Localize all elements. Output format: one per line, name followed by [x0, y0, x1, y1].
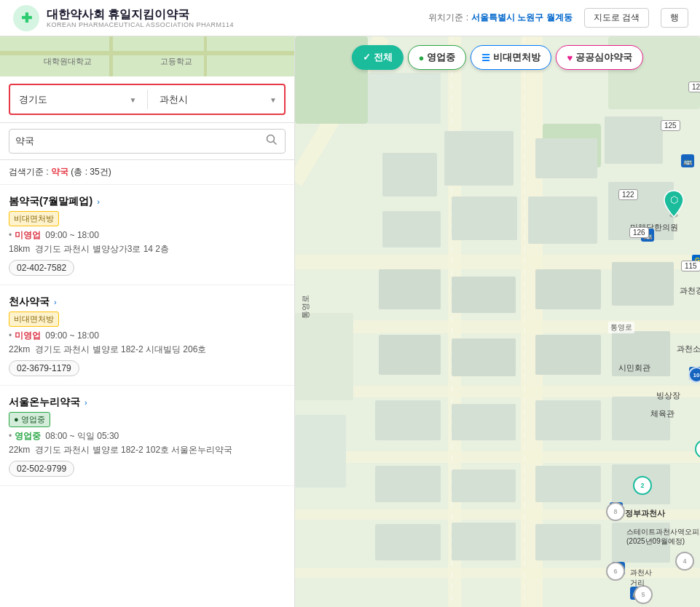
pharmacy-address: 22km 경기도 과천시 별양로 182-2 102호 서울온누리약국: [9, 444, 286, 456]
city-select-wrapper: 과천시 수원시 성남시 ▼: [154, 88, 282, 111]
search-keyword: 약국: [51, 167, 68, 177]
svg-rect-53: [452, 523, 516, 560]
svg-rect-50: [535, 466, 601, 502]
pharmacy-link-icon[interactable]: ›: [84, 398, 87, 407]
svg-rect-47: [612, 397, 670, 440]
search-total: (총 : 35건): [68, 167, 111, 177]
pharmacy-name: 봄약국(7월말폐업): [9, 195, 93, 208]
map-filters: ✓ 전체 ● 영업중 ☰ 비대면처방 ♥ 공공심야약국: [352, 45, 643, 70]
map-circle-8[interactable]: 8: [606, 502, 625, 521]
location-value: 서울특별시 노원구 월계동: [471, 12, 573, 24]
city-select[interactable]: 과천시 수원시 성남시: [154, 88, 282, 111]
svg-rect-40: [379, 335, 441, 375]
status-closed: 미영업: [15, 230, 41, 240]
svg-rect-19: [295, 568, 700, 578]
pharmacy-link-icon[interactable]: ›: [97, 197, 100, 206]
search-input[interactable]: [15, 136, 264, 147]
svg-rect-41: [452, 338, 516, 376]
pharmacy-hours: 미영업 09:00 ~ 18:00: [9, 330, 286, 342]
pharmacy-item: 서울온누리약국 › ● 영업중 영업중 08:00 ~ 익일 05:30 22k…: [0, 386, 294, 486]
location-info: 위치기준 : 서울특별시 노원구 월계동: [428, 12, 572, 24]
svg-text:대학원대학교: 대학원대학교: [44, 57, 92, 66]
search-button[interactable]: [264, 134, 279, 148]
filter-nonface-button[interactable]: ☰ 비대면처방: [471, 45, 551, 70]
svg-rect-4: [109, 36, 113, 76]
non-face-badge: 비대면처방: [9, 312, 59, 327]
left-panel: 대학원대학교 고등학교 경기도 서울특별시 부산광역시 ▼: [0, 36, 295, 607]
select-divider: [147, 90, 148, 109]
header: ✚ 대한약사회 휴일지킴이약국 KOREAN PHARMACEUTICAL AS…: [0, 0, 700, 36]
status-closed: 미영업: [15, 330, 41, 341]
search-criteria-label: 검색기준 :: [9, 167, 51, 177]
search-icon: [266, 134, 278, 146]
logo: ✚ 대한약사회 휴일지킴이약국 KOREAN PHARMACEUTICAL AS…: [12, 4, 234, 33]
svg-rect-38: [535, 269, 601, 309]
pharmacy-address: 22km 경기도 과천시 별양로 182-2 시대빌딩 206호: [9, 344, 286, 356]
svg-rect-30: [535, 138, 597, 178]
svg-text:통영로: 통영로: [301, 295, 310, 319]
svg-rect-39: [612, 262, 674, 306]
map-hint-content: 대학원대학교 고등학교: [0, 36, 294, 76]
gs25-icon: GS25: [692, 255, 700, 265]
filter-all-button[interactable]: ✓ 전체: [352, 45, 404, 70]
map-background: 통영로: [295, 36, 700, 607]
logo-text-sub: KOREAN PHARMACEUTICAL ASSOCIATION PHARM1…: [47, 21, 234, 28]
filter-row: 경기도 서울특별시 부산광역시 ▼ 과천시 수원시 성남시 ▼: [9, 84, 286, 115]
svg-rect-17: [295, 451, 700, 463]
svg-rect-49: [452, 469, 516, 502]
bus-stop-icon: 🚌: [641, 229, 654, 242]
bus-stop-icon: 🚌: [681, 154, 694, 167]
pharmacy-phone[interactable]: 02-502-9799: [9, 461, 74, 477]
svg-rect-18: [295, 509, 700, 520]
province-select[interactable]: 경기도 서울특별시 부산광역시: [13, 88, 141, 111]
svg-rect-23: [368, 73, 441, 124]
pharmacy-name: 서울온누리약국: [9, 396, 80, 409]
pharmacy-item: 천사약국 › 비대면처방 미영업 09:00 ~ 18:00 22km 경기도 …: [0, 285, 294, 386]
svg-rect-42: [535, 335, 601, 375]
filter-public-button[interactable]: ♥ 공공심야약국: [556, 45, 643, 70]
svg-rect-33: [452, 197, 517, 240]
svg-rect-43: [612, 331, 670, 376]
action-button[interactable]: 행: [661, 8, 688, 28]
map-circle-4[interactable]: 4: [675, 552, 694, 571]
svg-rect-44: [375, 400, 441, 440]
pharmacy-name-row: 봄약국(7월말폐업) ›: [9, 195, 286, 208]
pharmacy-name-row: 천사약국 ›: [9, 295, 286, 309]
pharmacy-phone[interactable]: 02-402-7582: [9, 260, 74, 276]
open-badge: ● 영업중: [9, 412, 50, 427]
pharmacy-address: 18km 경기도 과천시 별양상가3로 14 2층: [9, 243, 286, 255]
search-bar: [0, 123, 294, 160]
map-circle-5[interactable]: 5: [634, 585, 653, 604]
svg-rect-45: [452, 404, 516, 440]
non-face-badge: 비대면처방: [9, 211, 59, 226]
svg-rect-48: [375, 466, 441, 502]
map-circle-6[interactable]: 6: [606, 562, 625, 581]
header-right: 위치기준 : 서울특별시 노원구 월계동 지도로 검색 행: [428, 8, 688, 28]
svg-rect-46: [535, 400, 601, 440]
map-marker[interactable]: ⬡: [662, 189, 685, 218]
search-criteria: 검색기준 : 약국 (총 : 35건): [0, 160, 294, 185]
svg-rect-5: [204, 36, 207, 76]
map-hint: 대학원대학교 고등학교: [0, 36, 294, 76]
map-search-button[interactable]: 지도로 검색: [584, 8, 649, 28]
svg-rect-29: [444, 131, 514, 186]
filter-open-button[interactable]: ● 영업중: [408, 45, 467, 70]
map-circle-2[interactable]: 2: [633, 476, 652, 495]
svg-text:⬡: ⬡: [670, 194, 678, 205]
svg-rect-16: [295, 386, 700, 397]
svg-text:고등학교: 고등학교: [160, 57, 192, 66]
logo-text-main: 대한약사회 휴일지킴이약국: [47, 7, 234, 21]
pharmacy-hours: 미영업 09:00 ~ 18:00: [9, 229, 286, 242]
search-input-wrap: [9, 129, 286, 154]
location-label: 위치기준 :: [428, 12, 468, 24]
svg-rect-32: [382, 211, 441, 247]
pharmacy-link-icon[interactable]: ›: [54, 298, 57, 306]
pharmacy-name-row: 서울온누리약국 ›: [9, 396, 286, 409]
logo-icon: ✚: [12, 4, 41, 33]
province-select-wrapper: 경기도 서울특별시 부산광역시 ▼: [13, 88, 141, 111]
svg-rect-54: [535, 524, 601, 560]
pharmacy-phone[interactable]: 02-3679-1179: [9, 360, 79, 376]
svg-rect-24: [295, 313, 353, 400]
results-list: 봄약국(7월말폐업) › 비대면처방 미영업 09:00 ~ 18:00 18k…: [0, 185, 294, 607]
map-panel[interactable]: ✓ 전체 ● 영업중 ☰ 비대면처방 ♥ 공공심야약국: [295, 36, 700, 607]
